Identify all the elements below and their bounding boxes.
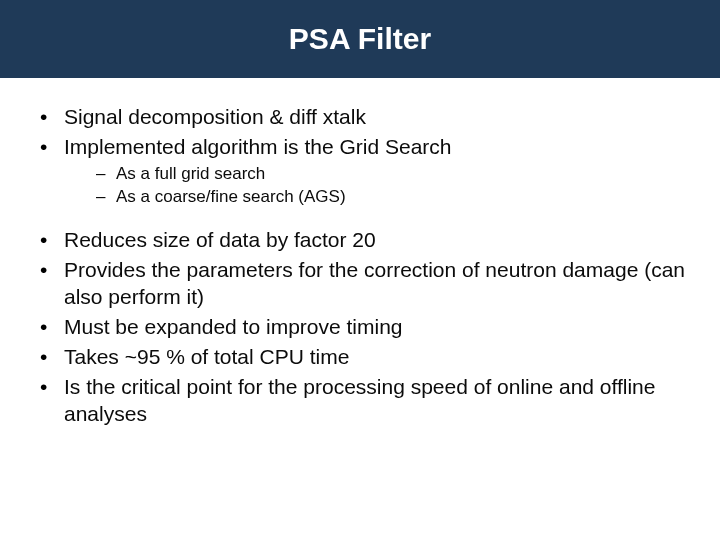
bullet-item: Provides the parameters for the correcti… <box>34 257 686 310</box>
bullet-text: Reduces size of data by factor 20 <box>64 228 376 251</box>
spacer <box>34 213 686 223</box>
sub-bullet-text: As a full grid search <box>116 164 265 183</box>
title-bar: PSA Filter <box>0 0 720 78</box>
slide-title: PSA Filter <box>289 22 431 56</box>
bullet-item: Reduces size of data by factor 20 <box>34 227 686 253</box>
bullet-text: Signal decomposition & diff xtalk <box>64 105 366 128</box>
bullet-item: Takes ~95 % of total CPU time <box>34 344 686 370</box>
bullet-text: Must be expanded to improve timing <box>64 315 403 338</box>
bullet-item: Is the critical point for the processing… <box>34 374 686 427</box>
sub-bullet-item: As a coarse/fine search (AGS) <box>88 186 686 207</box>
bullet-text: Implemented algorithm is the Grid Search <box>64 135 452 158</box>
bullet-list: Signal decomposition & diff xtalk Implem… <box>34 104 686 207</box>
sub-bullet-text: As a coarse/fine search (AGS) <box>116 187 346 206</box>
slide-body: Signal decomposition & diff xtalk Implem… <box>0 78 720 427</box>
bullet-text: Provides the parameters for the correcti… <box>64 258 685 307</box>
sub-bullet-item: As a full grid search <box>88 163 686 184</box>
bullet-item: Must be expanded to improve timing <box>34 314 686 340</box>
bullet-text: Is the critical point for the processing… <box>64 375 655 424</box>
bullet-text: Takes ~95 % of total CPU time <box>64 345 349 368</box>
bullet-list: Reduces size of data by factor 20 Provid… <box>34 227 686 427</box>
sub-bullet-list: As a full grid search As a coarse/fine s… <box>64 163 686 208</box>
bullet-item: Signal decomposition & diff xtalk <box>34 104 686 130</box>
bullet-item: Implemented algorithm is the Grid Search… <box>34 134 686 207</box>
